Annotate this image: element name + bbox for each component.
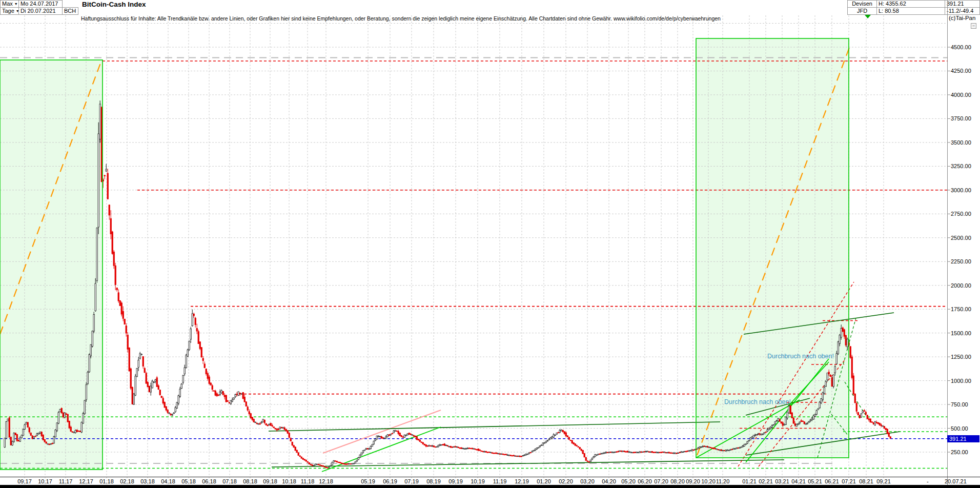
candle-body: [876, 422, 877, 423]
x-axis-label: 10.20: [701, 478, 716, 484]
breakout-annotation: Durchbruch nach oben!: [724, 398, 791, 405]
candle-body: [790, 406, 791, 414]
x-axis-label: 07.20: [654, 478, 668, 484]
candle-body: [598, 454, 599, 455]
x-axis-label: 08.18: [243, 478, 257, 484]
candle-body: [436, 446, 437, 448]
candle-body: [126, 326, 127, 333]
x-axis-label: 07.18: [222, 478, 237, 484]
candle-body: [671, 453, 672, 454]
candle-body: [382, 438, 383, 439]
candle-body: [687, 451, 688, 452]
candle-body: [768, 428, 769, 430]
candle-body: [262, 419, 263, 422]
candle-body: [502, 454, 503, 455]
candle-body: [418, 439, 419, 440]
candle-body: [232, 400, 233, 401]
candle-body: [750, 438, 751, 440]
x-axis-label: 01.21: [742, 478, 757, 484]
candle-body: [627, 451, 628, 452]
x-axis-label: 11.18: [301, 478, 315, 484]
candle-body: [413, 435, 414, 436]
collapse-axis-button[interactable]: −: [971, 23, 976, 29]
candle-body: [584, 454, 585, 457]
candle-body: [770, 427, 771, 429]
candle-body: [448, 446, 450, 448]
candle-body: [668, 452, 669, 453]
quote-change: -11.2/-49.4: [945, 7, 980, 15]
disclaimer-text: Haftungsausschluss für Inhalte: Alle Tre…: [81, 15, 721, 22]
x-axis-label: 10.19: [471, 478, 485, 484]
y-axis-label: 4500.00: [951, 44, 971, 50]
candle-body: [593, 457, 594, 458]
symbol-field[interactable]: BCH: [62, 7, 78, 15]
candle-body: [751, 437, 752, 438]
candle-body: [741, 447, 742, 448]
candle-body: [153, 382, 154, 383]
candle-body: [638, 452, 639, 453]
pink-trend-line: [323, 410, 441, 453]
candle-body: [442, 444, 443, 445]
candle-body: [72, 432, 73, 433]
candle-body: [13, 433, 14, 442]
candle-body: [562, 430, 563, 432]
candle-body: [242, 392, 243, 398]
candle-body: [219, 392, 220, 394]
candle-body: [292, 442, 293, 445]
candle-body: [316, 464, 317, 465]
candle-body: [505, 454, 506, 455]
candle-body: [455, 446, 456, 448]
candle-body: [794, 423, 795, 425]
date-to-field[interactable]: Di 20.07.2021: [18, 7, 63, 15]
candle-body: [541, 445, 542, 446]
candle-body: [250, 414, 251, 418]
x-axis-label: 09.17: [17, 478, 32, 484]
candle-body: [301, 457, 302, 458]
date-from-field[interactable]: Mo 24.07.2017: [18, 0, 63, 8]
candle-body: [9, 418, 10, 437]
candle-body: [610, 452, 611, 453]
candle-body: [604, 453, 605, 454]
candle-body: [379, 436, 380, 437]
candle-body: [756, 435, 757, 436]
candle-body: [81, 422, 82, 432]
x-axis-label: 06.21: [825, 478, 839, 484]
candle-body: [682, 452, 683, 453]
candle-body: [79, 431, 80, 432]
candle-body: [289, 433, 290, 437]
candle-body: [513, 455, 514, 456]
candle-body: [555, 435, 556, 436]
y-axis-label: 1750.00: [951, 306, 971, 312]
candle-body: [112, 232, 113, 254]
candle-body: [684, 451, 685, 452]
candle-body: [335, 461, 336, 462]
candle-body: [104, 175, 105, 176]
candle-body: [501, 454, 502, 455]
candle-body: [859, 415, 860, 418]
candle-body: [613, 452, 614, 453]
candle-body: [229, 402, 230, 403]
candle-body: [485, 451, 486, 452]
y-axis-label: 750.00: [951, 401, 968, 408]
candle-body: [628, 452, 629, 453]
timeframe-dropdown[interactable]: Tage▼: [0, 7, 19, 15]
candle-body: [93, 315, 94, 331]
candle-body: [69, 421, 70, 428]
candle-body: [507, 455, 508, 456]
candle-body: [279, 427, 280, 429]
chevron-down-icon: ▼: [14, 2, 18, 6]
candle-body: [801, 421, 802, 422]
candle-body: [553, 435, 554, 438]
price-chart-canvas[interactable]: [0, 0, 980, 488]
candle-body: [141, 354, 142, 355]
candle-body: [109, 205, 110, 215]
candle-body: [422, 442, 423, 444]
period-dropdown[interactable]: Max▼: [0, 0, 19, 8]
candle-body: [252, 417, 253, 420]
candle-body: [26, 422, 27, 424]
candle-body: [479, 450, 480, 451]
candle-body: [412, 435, 413, 436]
candle-body: [573, 442, 574, 444]
candle-body: [622, 451, 623, 452]
candle-body: [187, 350, 188, 356]
